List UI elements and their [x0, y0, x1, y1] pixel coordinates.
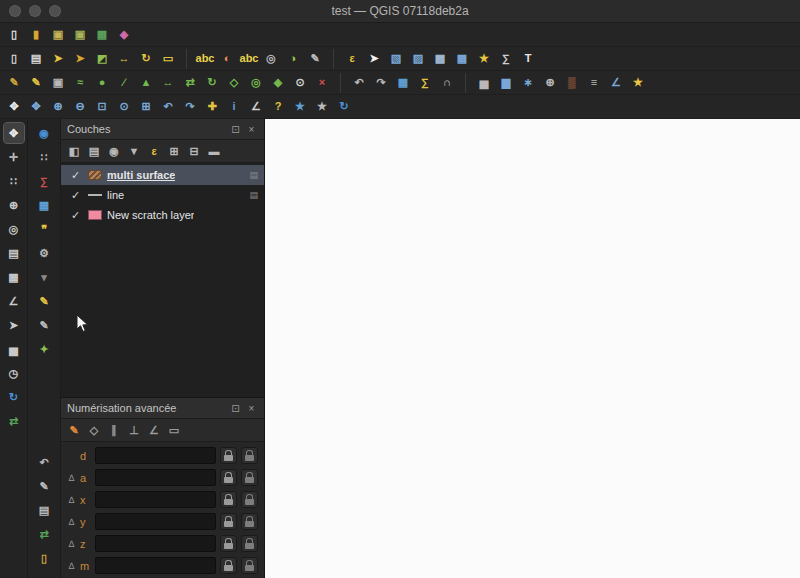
vertex-tool-icon[interactable]: ⊙ [290, 73, 310, 93]
open-layer-styling-icon[interactable]: ◧ [65, 142, 83, 160]
highlight-pinned-labels-icon[interactable]: ➤ [48, 49, 68, 69]
lock-icon[interactable] [220, 535, 237, 552]
redo-icon[interactable]: ↷ [371, 73, 391, 93]
zoom-in-icon[interactable]: ⊕ [48, 97, 68, 117]
select-features-icon[interactable]: ▧ [386, 49, 406, 69]
zoom-to-selection-icon[interactable]: ⊙ [114, 97, 134, 117]
delta-toggle-icon[interactable]: ∆ [67, 473, 76, 483]
x-input[interactable] [95, 491, 216, 508]
zoom-last-icon[interactable]: ↶ [158, 97, 178, 117]
map-tips-icon[interactable]: ? [268, 97, 288, 117]
delta-toggle-icon[interactable]: ∆ [67, 495, 76, 505]
scatter-plot-icon[interactable]: ∗ [518, 73, 538, 93]
layer-row[interactable]: ✓ line ▤ [61, 185, 264, 205]
clipboard-icon[interactable]: ▯ [34, 548, 54, 568]
collapse-all-icon[interactable]: ⊟ [185, 142, 203, 160]
profile-tool-icon[interactable]: ∠ [606, 73, 626, 93]
layer-labeling-icon[interactable]: abc [195, 49, 215, 69]
angle-input[interactable] [95, 469, 216, 486]
delete-selected-icon[interactable]: × [312, 73, 332, 93]
marker-icon[interactable]: ✦ [34, 339, 54, 359]
lock-icon[interactable] [220, 447, 237, 464]
simplify-feature-icon[interactable]: ◇ [224, 73, 244, 93]
distance-input[interactable] [95, 447, 216, 464]
gear-caret-icon[interactable]: ▾ [34, 267, 54, 287]
favorites-secondary-icon[interactable]: ★ [628, 73, 648, 93]
target-icon[interactable]: ◎ [4, 219, 24, 239]
layer-row[interactable]: ✓ New scratch layer ▤ [61, 205, 264, 225]
save-project-icon[interactable]: ▣ [48, 25, 68, 45]
snapping-options-icon[interactable]: ∩ [437, 73, 457, 93]
pin-icon[interactable]: ➤ [4, 315, 24, 335]
snap-angles-icon[interactable]: ∠ [145, 421, 163, 439]
pin-labels-icon[interactable]: ➤ [70, 49, 90, 69]
parallel-icon[interactable]: ∥ [105, 421, 123, 439]
add-part-icon[interactable]: ◈ [268, 73, 288, 93]
m-input[interactable] [95, 557, 216, 574]
copy-move-feature-icon[interactable]: ⇄ [180, 73, 200, 93]
processing-gear-icon[interactable]: ⚙ [34, 243, 54, 263]
close-panel-icon[interactable]: × [245, 402, 258, 415]
identify-features-icon[interactable]: i [224, 97, 244, 117]
zoom-to-layer-icon[interactable]: ⊞ [136, 97, 156, 117]
label-engine-settings-icon[interactable]: ◎ [261, 49, 281, 69]
zoom-next-icon[interactable]: ↷ [180, 97, 200, 117]
add-line-feature-icon[interactable]: ∕ [114, 73, 134, 93]
undock-panel-icon[interactable]: ⊡ [229, 123, 242, 136]
repeating-lock-icon[interactable] [241, 447, 258, 464]
heatmap-icon[interactable]: ▒ [562, 73, 582, 93]
z-input[interactable] [95, 535, 216, 552]
delta-toggle-icon[interactable]: ∆ [67, 539, 76, 549]
undo-icon[interactable]: ↶ [349, 73, 369, 93]
undock-panel-icon[interactable]: ⊡ [229, 402, 242, 415]
lock-icon[interactable] [220, 469, 237, 486]
close-window-button[interactable] [9, 5, 21, 17]
repeating-lock-icon[interactable] [241, 535, 258, 552]
sigma-statistics-icon[interactable]: ∑ [34, 171, 54, 191]
layer-visibility-checkbox[interactable]: ✓ [71, 210, 83, 221]
repeating-lock-icon[interactable] [241, 469, 258, 486]
sync-arrows-icon[interactable]: ⇄ [34, 524, 54, 544]
pan-to-selection-icon[interactable]: ✥ [26, 97, 46, 117]
pointer-icon[interactable]: ➤ [364, 49, 384, 69]
chart-icon[interactable]: ▅ [4, 339, 24, 359]
contour-icon[interactable]: ≡ [584, 73, 604, 93]
stream-digitizing-icon[interactable]: ≈ [70, 73, 90, 93]
y-input[interactable] [95, 513, 216, 530]
delta-toggle-icon[interactable]: ∆ [67, 561, 76, 571]
map-canvas[interactable] [265, 119, 800, 578]
histogram-icon[interactable]: ▆ [496, 73, 516, 93]
change-label-icon[interactable]: ▭ [158, 49, 178, 69]
rotate-label-icon[interactable]: ↻ [136, 49, 156, 69]
field-calculator-icon[interactable]: ∑ [415, 73, 435, 93]
open-project-icon[interactable]: ▮ [26, 25, 46, 45]
ruler-icon[interactable]: ∠ [4, 291, 24, 311]
data-source-manager-icon[interactable]: ▦ [92, 25, 112, 45]
minimize-window-button[interactable] [29, 5, 41, 17]
dot-matrix-icon[interactable]: ∷ [4, 171, 24, 191]
select-all-icon[interactable]: ▦ [452, 49, 472, 69]
show-hidden-labels-icon[interactable]: ◩ [92, 49, 112, 69]
annotation-pencil-icon[interactable]: ✎ [34, 476, 54, 496]
sync-icon[interactable]: ⇄ [4, 411, 24, 431]
pan-arrows-icon[interactable]: ✛ [4, 147, 24, 167]
zoom-window-button[interactable] [49, 5, 61, 17]
lock-icon[interactable] [220, 513, 237, 530]
new-print-layout-icon[interactable]: ▯ [4, 49, 24, 69]
new-project-icon[interactable]: ▯ [4, 25, 24, 45]
map-tips-icon[interactable]: ❞ [34, 219, 54, 239]
attribute-table-icon[interactable]: ▦ [393, 73, 413, 93]
lock-icon[interactable] [220, 491, 237, 508]
refresh-icon[interactable]: ↻ [4, 387, 24, 407]
layer-visibility-checkbox[interactable]: ✓ [71, 190, 83, 201]
current-edits-icon[interactable]: ✎ [4, 73, 24, 93]
remove-layer-icon[interactable]: ▬ [205, 142, 223, 160]
clock-icon[interactable]: ◷ [4, 363, 24, 383]
layers-stack-icon[interactable]: ▤ [4, 243, 24, 263]
construction-mode-icon[interactable]: ◇ [85, 421, 103, 439]
add-point-feature-icon[interactable]: ● [92, 73, 112, 93]
layer-diagram-icon[interactable]: ◐ [217, 49, 237, 69]
select-by-polygon-icon[interactable]: ▨ [408, 49, 428, 69]
rotate-feature-icon[interactable]: ↻ [202, 73, 222, 93]
deselect-features-icon[interactable]: ▩ [430, 49, 450, 69]
